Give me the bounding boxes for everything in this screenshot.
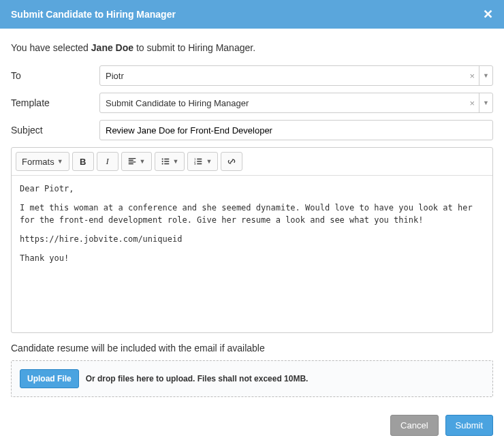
subject-input[interactable] [99, 120, 493, 140]
link-button[interactable] [221, 152, 242, 171]
modal-body: You have selected Jane Doe to submit to … [0, 29, 504, 405]
bullet-list-button[interactable]: ▼ [155, 152, 185, 171]
svg-point-1 [161, 161, 163, 162]
align-left-icon [127, 157, 137, 166]
upload-dropzone[interactable]: Upload File Or drop files here to upload… [11, 360, 493, 397]
editor-link: https://hire.jobvite.com/uniqueid [20, 233, 484, 245]
svg-point-0 [161, 158, 163, 159]
clear-icon[interactable]: × [465, 98, 479, 108]
editor-toolbar: Formats ▼ B I ▼ ▼ 123 ▼ [12, 148, 492, 176]
close-icon[interactable]: ✕ [483, 7, 493, 22]
editor-signoff: Thank you! [20, 252, 484, 264]
chevron-down-icon: ▼ [173, 158, 179, 165]
to-value: Piotr [100, 71, 465, 81]
editor-greeting: Dear Piotr, [20, 183, 484, 195]
row-subject: Subject [11, 120, 493, 140]
modal-header: Submit Candidate to Hiring Manager ✕ [0, 0, 504, 29]
svg-text:3: 3 [194, 162, 196, 166]
row-to: To Piotr × ▼ [11, 65, 493, 86]
number-list-icon: 123 [193, 157, 203, 166]
svg-point-2 [161, 163, 163, 164]
candidate-name: Jane Doe [91, 42, 133, 53]
subject-label: Subject [11, 125, 99, 136]
submit-button[interactable]: Submit [445, 415, 493, 436]
intro-text: You have selected Jane Doe to submit to … [11, 42, 493, 53]
to-select[interactable]: Piotr × ▼ [99, 65, 493, 86]
clear-icon[interactable]: × [465, 71, 479, 81]
cancel-button[interactable]: Cancel [390, 415, 438, 436]
number-list-button[interactable]: 123 ▼ [187, 152, 218, 171]
template-label: Template [11, 97, 99, 108]
link-icon [227, 157, 236, 166]
intro-suffix: to submit to Hiring Manager. [136, 42, 255, 53]
template-select[interactable]: Submit Candidate to Hiring Manager × ▼ [99, 93, 493, 113]
row-template: Template Submit Candidate to Hiring Mana… [11, 93, 493, 113]
chevron-down-icon: ▼ [206, 158, 212, 165]
to-label: To [11, 70, 99, 81]
modal-footer: Cancel Submit [0, 405, 504, 440]
bold-icon: B [80, 157, 86, 167]
bullet-list-icon [161, 157, 170, 166]
dropzone-text: Or drop files here to upload. Files shal… [86, 374, 309, 383]
rich-editor: Formats ▼ B I ▼ ▼ 123 ▼ Dear Piotr, [11, 147, 493, 333]
formats-button[interactable]: Formats ▼ [16, 152, 69, 171]
align-button[interactable]: ▼ [121, 152, 152, 171]
chevron-down-icon[interactable]: ▼ [479, 66, 492, 85]
modal-title: Submit Candidate to Hiring Manager [11, 9, 176, 20]
formats-label: Formats [22, 157, 54, 167]
upload-file-button[interactable]: Upload File [20, 369, 79, 388]
chevron-down-icon: ▼ [140, 158, 146, 165]
attach-note: Candidate resume will be included with t… [11, 343, 493, 353]
bold-button[interactable]: B [72, 152, 94, 171]
editor-body[interactable]: Dear Piotr, I met this woman at a confer… [12, 176, 492, 332]
italic-button[interactable]: I [97, 152, 119, 171]
chevron-down-icon: ▼ [57, 158, 63, 165]
intro-prefix: You have selected [11, 42, 89, 53]
template-value: Submit Candidate to Hiring Manager [100, 98, 465, 108]
editor-paragraph: I met this woman at a conference and she… [20, 202, 484, 226]
chevron-down-icon[interactable]: ▼ [479, 93, 492, 112]
italic-icon: I [106, 156, 108, 167]
